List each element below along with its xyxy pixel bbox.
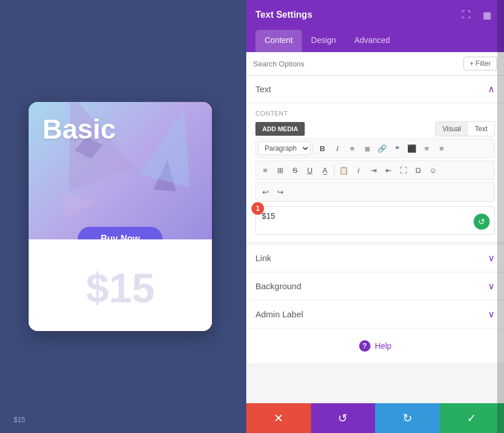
panel-title: Text Settings xyxy=(255,10,312,20)
text-color-button[interactable]: A̲ xyxy=(318,163,332,177)
pricing-card: Basic Buy Now $15 xyxy=(29,102,212,331)
underline-button[interactable]: U xyxy=(303,163,317,177)
text-section-chevron-up-icon: ∧ xyxy=(488,84,495,95)
search-bar: + Filter xyxy=(246,52,504,76)
content-label: Content xyxy=(255,110,495,117)
tab-advanced[interactable]: Advanced xyxy=(345,30,399,52)
blockquote-button[interactable]: ❝ xyxy=(390,141,404,155)
grid-icon[interactable]: ▦ xyxy=(479,7,495,23)
card-bottom: $15 xyxy=(29,239,212,331)
paragraph-select[interactable]: Paragraph xyxy=(258,141,310,155)
add-media-button[interactable]: ADD MEDIA xyxy=(255,122,305,136)
text-button[interactable]: Text xyxy=(468,122,494,136)
table-button[interactable]: ⊞ xyxy=(273,163,287,177)
card-top: Basic Buy Now xyxy=(29,102,212,239)
background-section-header[interactable]: Background ∨ xyxy=(246,272,504,300)
editor-toolbar-row1: Paragraph B I ≡ ≣ 🔗 ❝ ⬛ ≡ ≡ xyxy=(255,139,495,158)
fullscreen-button[interactable]: ⛶ xyxy=(396,163,410,177)
unordered-list-button[interactable]: ≡ xyxy=(345,141,359,155)
toolbar-divider2 xyxy=(334,164,334,176)
help-label: Help xyxy=(375,341,392,351)
save-button[interactable]: ✓ xyxy=(440,403,505,433)
search-input[interactable] xyxy=(253,60,463,68)
text-section: Text ∧ Content ADD MEDIA Visual Text Par… xyxy=(246,76,504,242)
background-chevron-down-icon: ∨ xyxy=(488,281,495,292)
help-icon: ? xyxy=(359,340,371,352)
editor-toolbar-row3: ↩ ↪ xyxy=(255,182,495,202)
ordered-list-button[interactable]: ≣ xyxy=(360,141,374,155)
panel-tabs: Content Design Advanced xyxy=(246,30,504,52)
tab-design[interactable]: Design xyxy=(302,30,345,52)
editor-top-row: ADD MEDIA Visual Text xyxy=(255,121,495,136)
text-section-header[interactable]: Text ∧ xyxy=(246,76,504,103)
undo-button[interactable]: ↺ xyxy=(311,403,376,433)
align-center-button[interactable]: ≡ xyxy=(420,141,434,155)
bold-button[interactable]: B xyxy=(316,141,329,155)
right-edge xyxy=(497,0,504,433)
buy-now-button[interactable]: Buy Now xyxy=(78,227,163,239)
panel-footer: ✕ ↺ ↻ ✓ xyxy=(246,403,504,433)
align-left-button[interactable]: ⬛ xyxy=(405,141,419,155)
italic2-button[interactable]: i xyxy=(352,163,365,177)
price-display: $15 xyxy=(86,265,155,312)
notification-badge: 1 xyxy=(251,202,264,215)
align-right-button[interactable]: ≡ xyxy=(435,141,448,155)
cancel-button[interactable]: ✕ xyxy=(246,403,311,433)
italic-button[interactable]: I xyxy=(330,141,344,155)
link-chevron-down-icon: ∨ xyxy=(488,253,495,263)
undo-editor-button[interactable]: ↩ xyxy=(258,185,272,199)
card-area: Basic Buy Now $15 $15 xyxy=(0,0,241,433)
redo-button[interactable]: ↻ xyxy=(375,403,440,433)
expand-icon[interactable]: ⛶ xyxy=(458,7,474,23)
panel-header: Text Settings ⛶ ▦ xyxy=(246,0,504,30)
admin-label-section: Admin Label ∨ xyxy=(246,300,504,328)
link-section: Link ∨ xyxy=(246,244,504,271)
card-bottom-label: $15 xyxy=(14,416,25,424)
admin-label-section-title: Admin Label xyxy=(255,309,303,319)
editor-content: $15 xyxy=(262,211,275,221)
settings-panel: Text Settings ⛶ ▦ Content Design Advance… xyxy=(246,0,504,433)
card-title: Basic xyxy=(42,113,116,145)
redo-editor-button[interactable]: ↪ xyxy=(273,185,287,199)
admin-label-section-header[interactable]: Admin Label ∨ xyxy=(246,300,504,328)
visual-button[interactable]: Visual xyxy=(436,122,468,136)
editor-area[interactable]: 1 $15 ↺ xyxy=(255,206,495,235)
strikethrough-button[interactable]: S xyxy=(288,163,302,177)
admin-label-chevron-down-icon: ∨ xyxy=(488,309,495,320)
align-full-button[interactable]: ≡ xyxy=(258,163,272,177)
link-button[interactable]: 🔗 xyxy=(375,141,389,155)
emoji-button[interactable]: ☺ xyxy=(426,163,440,177)
header-icons: ⛶ ▦ xyxy=(458,7,495,23)
help-section: ? Help xyxy=(246,329,504,363)
tab-content[interactable]: Content xyxy=(255,30,302,52)
editor-toolbar-row2: ≡ ⊞ S U A̲ 📋 i ⇥ ⇤ ⛶ Ω ☺ xyxy=(255,160,495,180)
toolbar-divider1 xyxy=(313,143,313,154)
text-section-title: Text xyxy=(255,84,271,94)
paste-text-button[interactable]: 📋 xyxy=(337,163,351,177)
buy-button-wrapper: Buy Now xyxy=(78,227,163,239)
text-section-content: Content ADD MEDIA Visual Text Paragraph … xyxy=(246,103,504,242)
view-toggle: Visual Text xyxy=(435,121,495,136)
link-section-header[interactable]: Link ∨ xyxy=(246,244,504,271)
background-section-title: Background xyxy=(255,281,301,291)
outdent-button[interactable]: ⇤ xyxy=(381,163,395,177)
special-char-button[interactable]: Ω xyxy=(411,163,425,177)
decoration-shape2 xyxy=(153,158,179,191)
filter-button[interactable]: + Filter xyxy=(463,57,497,70)
background-section: Background ∨ xyxy=(246,272,504,300)
decoration-shape3 xyxy=(62,189,99,218)
link-section-title: Link xyxy=(255,253,271,263)
panel-content: Text ∧ Content ADD MEDIA Visual Text Par… xyxy=(246,76,504,403)
refresh-icon[interactable]: ↺ xyxy=(474,214,490,230)
indent-button[interactable]: ⇥ xyxy=(367,163,380,177)
